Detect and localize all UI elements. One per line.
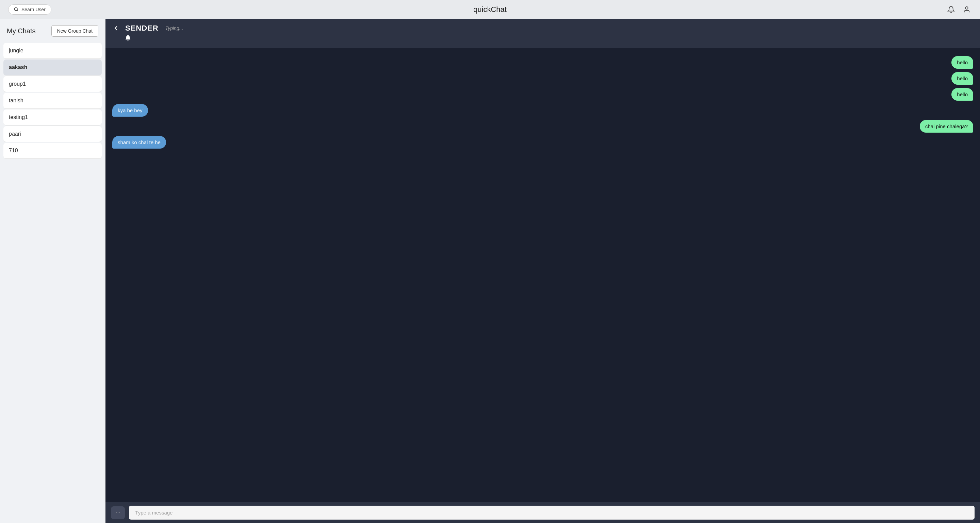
profile-button[interactable] <box>962 5 972 14</box>
chat-item-aakash[interactable]: aakash <box>3 60 102 76</box>
emoji-button[interactable]: ··· <box>111 506 125 519</box>
message-bubble-6: sham ko chal te he <box>112 136 166 149</box>
app-title: quickChat <box>473 5 507 14</box>
svg-line-1 <box>17 10 18 11</box>
chat-sender-name: SENDER <box>125 24 159 33</box>
navbar: Searh User quickChat <box>0 0 980 19</box>
chat-item-paari[interactable]: paari <box>3 126 102 142</box>
chat-panel: SENDER Typing... hellohellohellokya he b… <box>105 19 980 523</box>
chat-item-testing1[interactable]: testing1 <box>3 109 102 125</box>
back-arrow-icon <box>112 24 120 32</box>
chat-item-jungle[interactable]: jungle <box>3 43 102 59</box>
new-group-button[interactable]: New Group Chat <box>51 25 98 37</box>
dots-icon: ··· <box>116 510 120 516</box>
svg-point-2 <box>966 6 968 9</box>
notification-button[interactable] <box>946 5 956 14</box>
messages-area: hellohellohellokya he beychai pine chale… <box>105 48 980 502</box>
message-bubble-1: hello <box>951 56 973 69</box>
profile-icon <box>963 6 970 13</box>
message-bubble-4: kya he bey <box>112 104 148 117</box>
bell-icon <box>947 6 955 13</box>
search-button[interactable]: Searh User <box>8 5 51 14</box>
message-bubble-3: hello <box>951 88 973 101</box>
search-icon <box>14 7 19 12</box>
chat-list: jungleaakashgroup1tanishtesting1paari710 <box>0 43 105 523</box>
main-layout: My Chats New Group Chat jungleaakashgrou… <box>0 19 980 523</box>
search-label: Searh User <box>21 7 46 12</box>
message-row-2: hello <box>112 72 973 85</box>
sidebar: My Chats New Group Chat jungleaakashgrou… <box>0 19 105 523</box>
message-bubble-5: chai pine chalega? <box>920 120 973 133</box>
chat-bell-icon <box>124 35 131 43</box>
chat-header: SENDER Typing... <box>105 19 980 48</box>
message-row-3: hello <box>112 88 973 101</box>
sidebar-title: My Chats <box>7 27 35 35</box>
typing-indicator: Typing... <box>165 25 183 31</box>
sidebar-header: My Chats New Group Chat <box>0 19 105 43</box>
message-bubble-2: hello <box>951 72 973 85</box>
chat-input-area: ··· <box>105 502 980 523</box>
chat-item-710[interactable]: 710 <box>3 143 102 159</box>
message-row-6: sham ko chal te he <box>112 136 973 149</box>
message-row-4: kya he bey <box>112 104 973 117</box>
message-row-1: hello <box>112 56 973 69</box>
back-button[interactable] <box>112 24 120 32</box>
chat-item-group1[interactable]: group1 <box>3 76 102 92</box>
message-input[interactable] <box>129 506 975 520</box>
svg-point-0 <box>14 8 18 11</box>
chat-item-tanish[interactable]: tanish <box>3 93 102 109</box>
message-row-5: chai pine chalega? <box>112 120 973 133</box>
